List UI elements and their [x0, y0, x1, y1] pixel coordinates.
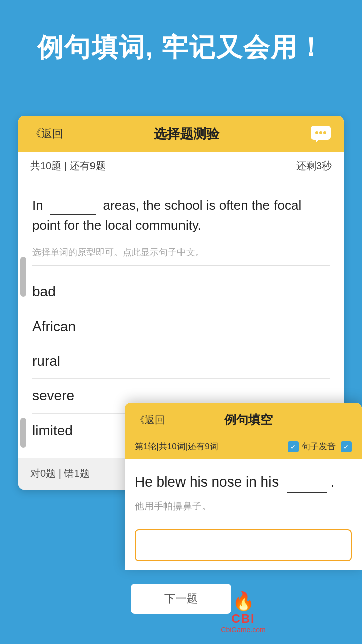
back-button-1[interactable]: 《返回 [30, 126, 63, 141]
fill-blank-subheader: 第1轮|共10词|还有9词 句子发音 [125, 437, 362, 459]
overlay-translation: 他用手帕擤鼻子。 [135, 500, 352, 520]
fill-blank-title: 例句填空 [224, 412, 273, 428]
back-button-2[interactable]: 《返回 [135, 413, 165, 427]
overlay-question-text: He blew his nose in his [135, 474, 279, 490]
fill-blank-options: 句子发音 [288, 441, 352, 452]
fill-blank-progress: 第1轮|共10词|还有9词 [135, 441, 218, 452]
answer-african[interactable]: African [32, 309, 330, 344]
answer-bad[interactable]: bad [32, 275, 330, 309]
title-area: 例句填词, 牢记又会用！ [0, 0, 362, 86]
chat-icon[interactable] [310, 125, 332, 143]
next-btn-area: 下一题 [18, 584, 344, 614]
quiz-time-info: 还剩3秒 [296, 159, 332, 173]
svg-point-3 [323, 131, 326, 134]
quiz-title: 选择题测验 [154, 125, 219, 143]
answer-rural[interactable]: rural [32, 344, 330, 379]
question-blank [50, 214, 96, 215]
extra-checkbox[interactable] [341, 441, 352, 452]
question-text: In areas, the school is often the focal … [32, 195, 330, 236]
answer-input[interactable] [143, 538, 344, 552]
answer-input-wrapper[interactable] [135, 529, 352, 561]
scroll-indicator-1 [20, 257, 26, 297]
sentence-pronunciation-label: 句子发音 [302, 441, 336, 452]
sentence-pronunciation-checkbox[interactable]: 句子发音 [288, 441, 336, 452]
checkbox-checked-icon [288, 441, 299, 452]
overlay-question: He blew his nose in his . [135, 471, 352, 493]
scroll-indicator-2 [20, 418, 26, 448]
quiz-subheader: 共10题 | 还有9题 还剩3秒 [18, 152, 344, 180]
cbi-brand-text: CBI [231, 612, 255, 626]
quiz-card-header: 《返回 选择题测验 [18, 116, 344, 152]
fill-blank-card: 《返回 例句填空 第1轮|共10词|还有9词 句子发音 He blew his … [125, 403, 362, 570]
svg-point-2 [319, 131, 322, 134]
extra-checkbox-checked-icon [341, 441, 352, 452]
quiz-total-info: 共10题 | 还有9题 [30, 159, 106, 173]
quiz-score: 对0题 | 错1题 [30, 467, 90, 480]
overlay-blank [287, 492, 327, 493]
fill-blank-header: 《返回 例句填空 [125, 403, 362, 437]
next-button[interactable]: 下一题 [131, 584, 231, 614]
fill-blank-body: He blew his nose in his . 他用手帕擤鼻子。 [125, 459, 362, 570]
app-title: 例句填词, 牢记又会用！ [20, 30, 342, 65]
hint-text[interactable]: 选择单词的原型即可。点此显示句子中文。 [32, 246, 330, 266]
svg-point-1 [315, 131, 318, 134]
cbi-url-text: CbiGame.com [221, 626, 265, 634]
